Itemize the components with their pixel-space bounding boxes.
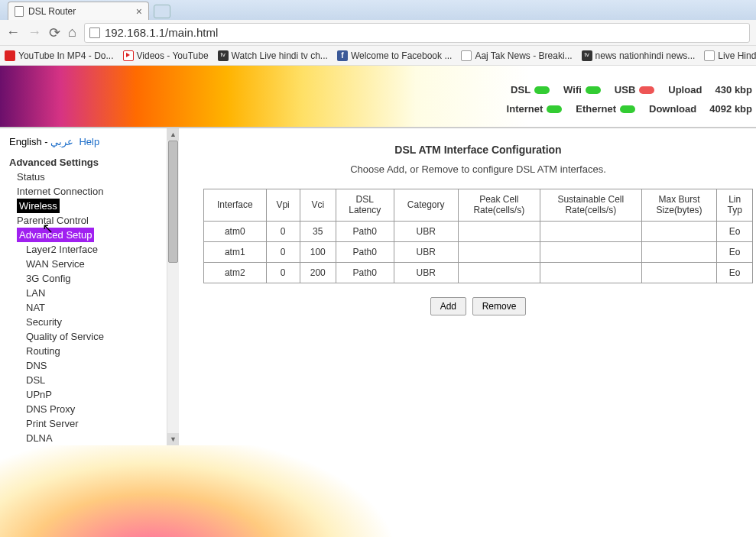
bookmark-icon: f (337, 50, 348, 61)
sidebar-item-3g-config[interactable]: 3G Config (9, 271, 164, 286)
col-header: DSLLatency (336, 189, 394, 222)
lang-english[interactable]: English (9, 136, 42, 147)
col-header: Max BurstSize(bytes) (641, 189, 717, 222)
sidebar-item-dns-proxy[interactable]: DNS Proxy (9, 402, 164, 416)
col-header: Interface (204, 189, 267, 222)
col-header: LinTyp (717, 189, 753, 222)
col-header: Vci (300, 189, 336, 222)
col-header: Vpi (266, 189, 300, 222)
cell-link: Eo (717, 262, 753, 283)
sidebar-item-advanced-setup[interactable]: Advanced Setup (17, 228, 94, 242)
led-icon (639, 86, 654, 94)
status-usb: USB (615, 84, 654, 95)
bookmark-icon: tv (218, 50, 229, 61)
sidebar-item-wan-service[interactable]: WAN Service (9, 257, 164, 271)
cell-burst (641, 241, 717, 262)
page-title: DSL ATM Interface Configuration (203, 144, 753, 156)
cell-burst (641, 221, 717, 241)
footer-gradient (0, 445, 756, 537)
scroll-up-icon[interactable]: ▲ (167, 128, 179, 141)
close-icon[interactable]: × (136, 6, 142, 17)
cell-interface: atm2 (204, 262, 267, 283)
bookmark-item[interactable]: tvnews nationhindi news... (582, 50, 696, 61)
col-header: Category (394, 189, 458, 222)
sidebar-item-layer2-interface[interactable]: Layer2 Interface (9, 242, 164, 257)
cell-interface: atm0 (204, 221, 267, 241)
scroll-thumb[interactable] (168, 141, 178, 263)
sidebar-item-internet-connection[interactable]: Internet Connection (9, 184, 164, 199)
reload-button[interactable]: ⟳ (49, 24, 60, 41)
bookmark-item[interactable]: Videos - YouTube (123, 50, 209, 61)
download-metric: Download 4092 kbp (649, 103, 752, 115)
cell-vpi: 0 (266, 221, 300, 241)
main-area: English - عربي Help Advanced Settings St… (0, 128, 756, 445)
cell-category: UBR (394, 262, 458, 283)
bookmark-item[interactable]: Aaj Tak News - Breaki... (461, 50, 572, 61)
bookmark-item[interactable]: tvWatch Live hindi tv ch... (218, 50, 328, 61)
bookmark-item[interactable]: YouTube In MP4 - Do... (5, 50, 114, 61)
bookmark-icon (5, 50, 15, 61)
status-ethernet: Ethernet (576, 103, 635, 115)
url-input[interactable] (105, 26, 745, 39)
bookmark-item[interactable]: fWelcome to Facebook ... (337, 50, 453, 61)
cell-vpi: 0 (266, 262, 300, 283)
bookmark-label: Welcome to Facebook ... (351, 50, 453, 61)
browser-tab-bar: DSL Router × (0, 0, 756, 20)
sidebar-item-print-server[interactable]: Print Server (9, 416, 164, 431)
sidebar-item-routing[interactable]: Routing (9, 344, 164, 358)
atm-table: InterfaceVpiVciDSLLatencyCategoryPeak Ce… (203, 189, 753, 283)
lang-arabic[interactable]: عربي (50, 136, 73, 147)
cell-category: UBR (394, 241, 458, 262)
bookmark-label: Watch Live hindi tv ch... (232, 50, 328, 61)
sidebar-item-parental-control[interactable]: Parental Control (9, 213, 164, 228)
home-button[interactable]: ⌂ (68, 24, 76, 40)
cell-burst (641, 262, 717, 283)
forward-button[interactable]: → (28, 24, 41, 40)
table-row: atm20200Path0UBREo (204, 262, 753, 283)
new-tab-button[interactable] (154, 5, 170, 18)
add-button[interactable]: Add (430, 297, 466, 315)
globe-icon (89, 27, 100, 38)
cell-peak (458, 241, 540, 262)
help-link[interactable]: Help (79, 136, 99, 147)
browser-tab[interactable]: DSL Router × (8, 2, 149, 20)
sidebar-item-status[interactable]: Status (9, 170, 164, 184)
table-row: atm10100Path0UBREo (204, 241, 753, 262)
sidebar-item-upnp[interactable]: UPnP (9, 387, 164, 402)
sidebar-item-quality-of-service[interactable]: Quality of Service (9, 329, 164, 344)
browser-nav-bar: ← → ⟳ ⌂ (0, 20, 756, 46)
url-bar[interactable] (84, 23, 750, 43)
sidebar-item-dns[interactable]: DNS (9, 358, 164, 373)
sidebar-item-wireless[interactable]: Wireless (17, 199, 60, 213)
cell-peak (458, 262, 540, 283)
sidebar-item-dsl[interactable]: DSL (9, 373, 164, 387)
bookmark-item[interactable]: Live Hindi News: Wa (704, 50, 756, 61)
sidebar-menu: StatusInternet ConnectionWirelessParenta… (9, 170, 164, 445)
back-button[interactable]: ← (6, 24, 20, 40)
status-wifi: Wifi (563, 84, 601, 95)
status-bar: DSLWifiUSB Upload 430 kbp InternetEthern… (507, 84, 752, 122)
remove-button[interactable]: Remove (472, 297, 527, 315)
cell-vci: 35 (300, 221, 336, 241)
page-icon (15, 6, 24, 17)
lang-row: English - عربي Help (9, 136, 164, 147)
cell-vci: 200 (300, 262, 336, 283)
sidebar-item-dlna[interactable]: DLNA (9, 431, 164, 445)
cell-link: Eo (717, 241, 753, 262)
sidebar-item-nat[interactable]: NAT (9, 300, 164, 315)
upload-metric: Upload 430 kbp (668, 84, 752, 95)
bookmark-label: Live Hindi News: Wa (718, 50, 756, 61)
scroll-down-icon[interactable]: ▼ (167, 433, 179, 445)
sidebar-wrap: English - عربي Help Advanced Settings St… (0, 128, 180, 445)
sidebar-title: Advanced Settings (9, 157, 164, 168)
bookmark-icon: tv (582, 50, 592, 61)
bookmarks-bar: YouTube In MP4 - Do...Videos - YouTubetv… (0, 46, 756, 66)
bookmark-label: Aaj Tak News - Breaki... (475, 50, 572, 61)
scrollbar[interactable]: ▲ ▼ (167, 128, 179, 445)
cell-latency: Path0 (336, 241, 394, 262)
page-subtitle: Choose Add, or Remove to configure DSL A… (203, 163, 753, 175)
cell-interface: atm1 (204, 241, 267, 262)
cell-latency: Path0 (336, 262, 394, 283)
sidebar-item-security[interactable]: Security (9, 315, 164, 329)
sidebar-item-lan[interactable]: LAN (9, 286, 164, 300)
